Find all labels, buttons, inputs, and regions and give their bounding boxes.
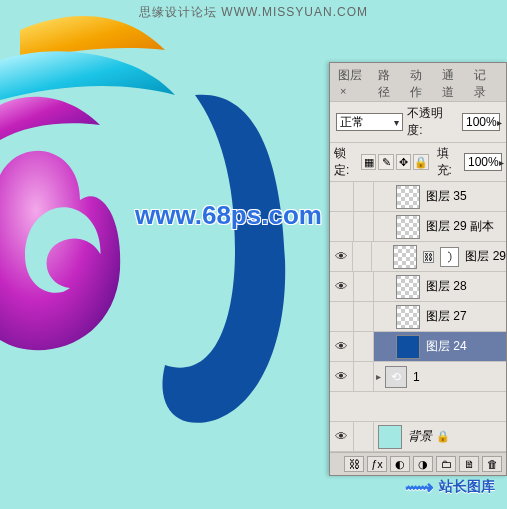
link-toggle[interactable] (354, 422, 374, 451)
watermark-text: www.68ps.com (135, 200, 322, 231)
eye-icon: 👁 (335, 279, 348, 294)
site-logo-text: 站长图库 (439, 478, 495, 496)
layer-style-button[interactable]: ƒx (367, 456, 387, 472)
layer-name[interactable]: 图层 29 (463, 248, 506, 265)
fill-input[interactable]: 100%▸ (464, 153, 502, 171)
layer-mask-thumbnail[interactable] (440, 247, 459, 267)
empty-row (330, 392, 506, 422)
chevron-right-icon: ▸ (497, 117, 502, 128)
visibility-toggle[interactable] (330, 182, 354, 211)
layer-name[interactable]: 背景 (406, 428, 432, 445)
adjustment-layer-button[interactable]: ◑ (413, 456, 433, 472)
visibility-toggle[interactable] (330, 302, 354, 331)
eye-icon: 👁 (335, 249, 348, 264)
add-mask-button[interactable]: ◐ (390, 456, 410, 472)
eye-icon: 👁 (335, 429, 348, 444)
link-toggle[interactable] (353, 242, 372, 271)
tab-actions[interactable]: 动作 (410, 67, 434, 101)
tab-history[interactable]: 记录 (474, 67, 498, 101)
layers-panel: 图层× 路径 动作 通道 记录 正常▾ 不透明度: 100%▸ 锁定: ▦ ✎ … (329, 62, 507, 476)
eye-icon: 👁 (335, 369, 348, 384)
eye-icon: 👁 (335, 339, 348, 354)
group-thumbnail[interactable]: ⟲ (385, 366, 407, 388)
visibility-toggle[interactable]: 👁 (330, 242, 353, 271)
site-logo: ⟿ 站长图库 (405, 475, 495, 499)
visibility-toggle[interactable]: 👁 (330, 362, 354, 391)
layer-row[interactable]: 图层 35 (330, 182, 506, 212)
link-toggle[interactable] (354, 362, 374, 391)
layer-name[interactable]: 图层 28 (424, 278, 467, 295)
tab-layers[interactable]: 图层× (338, 67, 370, 101)
panel-tabs: 图层× 路径 动作 通道 记录 (330, 63, 506, 102)
lock-all-icon[interactable]: 🔒 (413, 154, 429, 170)
tab-channels[interactable]: 通道 (442, 67, 466, 101)
new-group-button[interactable]: 🗀 (436, 456, 456, 472)
visibility-toggle[interactable]: 👁 (330, 422, 354, 451)
lock-row: 锁定: ▦ ✎ ✥ 🔒 填充: 100%▸ (330, 142, 506, 182)
expand-icon[interactable]: ▸ (376, 371, 381, 382)
link-layers-button[interactable]: ⛓ (344, 456, 364, 472)
layers-list: 图层 35 图层 29 副本 👁 ⛓ 图层 29 👁 图层 28 (330, 182, 506, 452)
fill-label: 填充: (437, 145, 462, 179)
panel-footer: ⛓ ƒx ◐ ◑ 🗀 🗎 🗑 (330, 452, 506, 475)
tab-paths[interactable]: 路径 (378, 67, 402, 101)
lock-brush-icon[interactable]: ✎ (378, 154, 393, 170)
mask-link-icon[interactable]: ⛓ (423, 251, 435, 263)
link-toggle[interactable] (354, 332, 374, 361)
lock-icon: 🔒 (436, 430, 450, 443)
close-icon[interactable]: × (340, 85, 346, 97)
link-toggle[interactable] (354, 302, 374, 331)
new-layer-button[interactable]: 🗎 (459, 456, 479, 472)
top-banner: 思缘设计论坛 WWW.MISSYUAN.COM (0, 4, 507, 21)
lock-transparency-icon[interactable]: ▦ (361, 154, 376, 170)
chevron-right-icon: ▸ (499, 157, 504, 168)
visibility-toggle[interactable]: 👁 (330, 272, 354, 301)
layer-row[interactable]: 图层 27 (330, 302, 506, 332)
layer-thumbnail[interactable] (396, 215, 420, 239)
link-toggle[interactable] (354, 212, 374, 241)
blend-row: 正常▾ 不透明度: 100%▸ (330, 102, 506, 142)
chevron-down-icon: ▾ (394, 117, 399, 128)
layer-thumbnail[interactable] (396, 335, 420, 359)
layer-thumbnail[interactable] (396, 305, 420, 329)
opacity-label: 不透明度: (407, 105, 458, 139)
layer-name[interactable]: 1 (411, 370, 420, 384)
visibility-toggle[interactable]: 👁 (330, 332, 354, 361)
blend-mode-select[interactable]: 正常▾ (336, 113, 403, 131)
link-toggle[interactable] (354, 182, 374, 211)
lock-move-icon[interactable]: ✥ (396, 154, 411, 170)
link-toggle[interactable] (354, 272, 374, 301)
layer-row[interactable]: 👁 图层 28 (330, 272, 506, 302)
layer-row-background[interactable]: 👁 背景 🔒 (330, 422, 506, 452)
layer-name[interactable]: 图层 29 副本 (424, 218, 494, 235)
layer-row[interactable]: 👁 ⛓ 图层 29 (330, 242, 506, 272)
layer-thumbnail[interactable] (393, 245, 416, 269)
layer-row[interactable]: 👁 图层 24 (330, 332, 506, 362)
layer-thumbnail[interactable] (396, 275, 420, 299)
layer-name[interactable]: 图层 35 (424, 188, 467, 205)
swoosh-icon: ⟿ (405, 475, 434, 499)
layer-row[interactable]: 图层 29 副本 (330, 212, 506, 242)
layer-thumbnail[interactable] (396, 185, 420, 209)
lock-label: 锁定: (334, 145, 359, 179)
layer-group-row[interactable]: 👁 ▸ ⟲ 1 (330, 362, 506, 392)
layer-name[interactable]: 图层 24 (424, 338, 467, 355)
delete-layer-button[interactable]: 🗑 (482, 456, 502, 472)
layer-thumbnail[interactable] (378, 425, 402, 449)
visibility-toggle[interactable] (330, 212, 354, 241)
opacity-input[interactable]: 100%▸ (462, 113, 500, 131)
layer-name[interactable]: 图层 27 (424, 308, 467, 325)
